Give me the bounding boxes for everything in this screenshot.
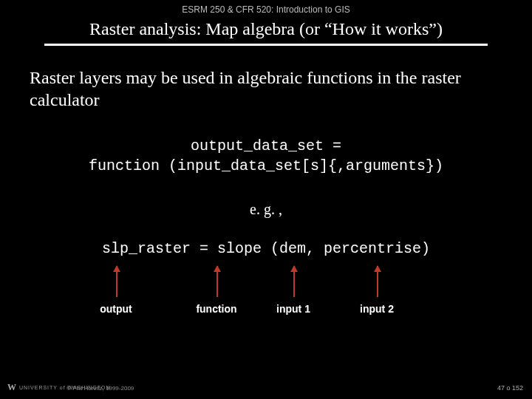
- copyright: © Phil Hurvitz, 1999-2009: [66, 385, 134, 392]
- page-number: 47 o 152: [497, 384, 523, 392]
- example-code: slp_raster = slope (dem, percentrise): [0, 240, 532, 257]
- arrow-icon: [216, 266, 218, 297]
- course-label: ESRM 250 & CFR 520: Introduction to GIS: [0, 0, 532, 15]
- eg-label: e. g. ,: [0, 201, 532, 218]
- slide: ESRM 250 & CFR 520: Introduction to GIS …: [0, 0, 532, 399]
- body-paragraph: Raster layers may be used in algebraic f…: [30, 66, 502, 111]
- slide-title: Raster analysis: Map algebra (or “How it…: [44, 19, 488, 46]
- arrow-icon: [377, 266, 378, 297]
- arrow-row: [0, 266, 532, 303]
- arrow-icon: [116, 266, 117, 297]
- label-function: function: [196, 303, 236, 315]
- code-line-1: output_data_set =: [0, 136, 532, 156]
- label-input2: input 2: [360, 303, 394, 315]
- code-line-2: function (input_data_set[s]{,arguments}): [0, 156, 532, 176]
- syntax-code-block: output_data_set = function (input_data_s…: [0, 136, 532, 176]
- label-output: output: [100, 303, 132, 315]
- label-input1: input 1: [276, 303, 310, 315]
- logo-w-icon: W: [7, 382, 16, 393]
- arrow-icon: [293, 266, 295, 297]
- label-row: output function input 1 input 2: [0, 303, 532, 325]
- footer: W UNIVERSITY of WASHINGTON © Phil Hurvit…: [0, 380, 532, 395]
- title-wrap: Raster analysis: Map algebra (or “How it…: [44, 19, 488, 46]
